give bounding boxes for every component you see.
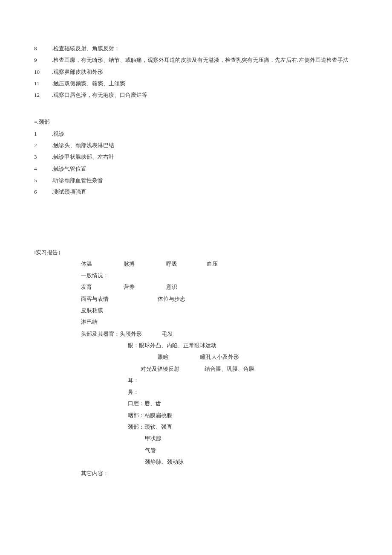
item-text: .测试颈项强直: [52, 189, 86, 195]
list-section-a: 8.检查辐辏反射、角膜反射： 9.检查耳廓，有无畸形、结节、或触痛，观察外耳道的…: [34, 43, 358, 101]
neck-sub-thyroid: 甲状腺: [34, 433, 358, 444]
face-expression: 面容与表情: [81, 293, 158, 305]
vital-temp: 体温: [81, 258, 124, 270]
item-num: 1: [34, 128, 44, 139]
item-num: 3: [34, 151, 44, 163]
item-text: .触诊头、颈部浅表淋巴结: [52, 142, 114, 148]
mouth-label: 口腔：唇、齿: [34, 398, 358, 409]
neck-sub-trachea: 气管: [34, 445, 358, 456]
item-text: .听诊颈部血管性杂音: [52, 177, 103, 183]
posture-gait: 体位与步态: [158, 293, 185, 305]
item-num: 10: [34, 66, 44, 78]
eye-row-3: 对光及辐辏反射 结合膜、巩膜、角膜: [34, 363, 358, 375]
neck-sub-vessels: 颈静脉、颈动脉: [34, 456, 358, 468]
list-item: 10.观察鼻部皮肤和外形: [34, 66, 358, 78]
item-num: 2: [34, 139, 44, 151]
item-num: 12: [34, 89, 44, 101]
vitals-row: 体温 脉搏 呼吸 血压: [34, 258, 358, 270]
section-heading: ≡.颈部: [34, 116, 358, 128]
item-text: .观察鼻部皮肤和外形: [52, 69, 103, 75]
item-num: 4: [34, 163, 44, 174]
list-item: 2.触诊头、颈部浅表淋巴结: [34, 139, 358, 151]
item-text: .检查耳廓，有无畸形、结节、或触痛，观察外耳道的皮肤及有无溢液，检查乳突有无压痛…: [52, 57, 349, 63]
report-section: I实习报告） 体温 脉搏 呼吸 血压 一般情况： 发育 营养 意识 面容与表情 …: [34, 247, 358, 479]
list-item: 6.测试颈项强直: [34, 186, 358, 198]
vital-breath: 呼吸: [166, 258, 207, 270]
report-heading: I实习报告）: [34, 247, 358, 258]
throat-label: 咽部：粘膜扁桃腺: [34, 410, 358, 421]
item-text: .观察口唇色泽，有无疱疹、口角糜烂等: [52, 92, 147, 98]
growth-row: 发育 营养 意识: [34, 281, 358, 293]
ear-label: 耳：: [34, 375, 358, 386]
vital-pulse: 脉搏: [124, 258, 166, 270]
item-num: 5: [34, 174, 44, 186]
eye-row-2: 眼睑 瞳孔大小及外形: [34, 351, 358, 363]
list-item: 3.触诊甲状腺峡部、左右叶: [34, 151, 358, 163]
list-section-b: ≡.颈部 1.视诊 2.触诊头、颈部浅表淋巴结 3.触诊甲状腺峡部、左右叶 4.…: [34, 116, 358, 198]
vital-bp: 血压: [207, 258, 218, 270]
head-hair: 毛发: [162, 328, 173, 340]
lymph-label: 淋巴结: [34, 316, 358, 328]
item-text: .检查辐辏反射、角膜反射：: [52, 45, 120, 52]
list-item: 5.听诊颈部血管性杂音: [34, 174, 358, 186]
eye-row-1: 眼：眼球外凸、内陷、正常眼球运动: [34, 340, 358, 351]
conjunctiva: 结合膜、巩膜、角膜: [205, 363, 254, 375]
item-text: .触诊甲状腺峡部、左右叶: [52, 154, 114, 160]
light-reflex: 对光及辐辏反射: [141, 363, 205, 375]
item-num: 11: [34, 78, 44, 89]
other-label: 其它内容：: [34, 468, 358, 479]
item-num: 8: [34, 43, 44, 54]
nose-label: 鼻：: [34, 386, 358, 398]
list-item: 4.触诊气管位置: [34, 163, 358, 174]
pupil: 瞳孔大小及外形: [200, 351, 239, 363]
item-text: .触诊气管位置: [52, 166, 86, 172]
item-num: 9: [34, 54, 44, 66]
item-text: .触压双侧额窦、筛窦、上颌窦: [52, 80, 125, 87]
list-item: 11.触压双侧额窦、筛窦、上颌窦: [34, 78, 358, 89]
growth-dev: 发育: [81, 281, 124, 293]
list-item: 12.观察口唇色泽，有无疱疹、口角糜烂等: [34, 89, 358, 101]
head-shape: 头部及其器官：头颅外形: [81, 328, 162, 340]
list-item: 1.视诊: [34, 128, 358, 139]
head-row: 头部及其器官：头颅外形 毛发: [34, 328, 358, 340]
item-text: .视诊: [52, 131, 64, 137]
growth-nutrition: 营养: [124, 281, 166, 293]
list-item: 8.检查辐辏反射、角膜反射：: [34, 43, 358, 54]
general-label: 一般情况：: [34, 270, 358, 281]
list-item: 9.检查耳廓，有无畸形、结节、或触痛，观察外耳道的皮肤及有无溢液，检查乳突有无压…: [34, 54, 358, 66]
neck-label: 颈部：颈软、强直: [34, 421, 358, 433]
item-num: 6: [34, 186, 44, 198]
eyelid: 眼睑: [158, 351, 200, 363]
face-row: 面容与表情 体位与步态: [34, 293, 358, 305]
growth-consciousness: 意识: [166, 281, 177, 293]
skin-label: 皮肤粘膜: [34, 305, 358, 316]
